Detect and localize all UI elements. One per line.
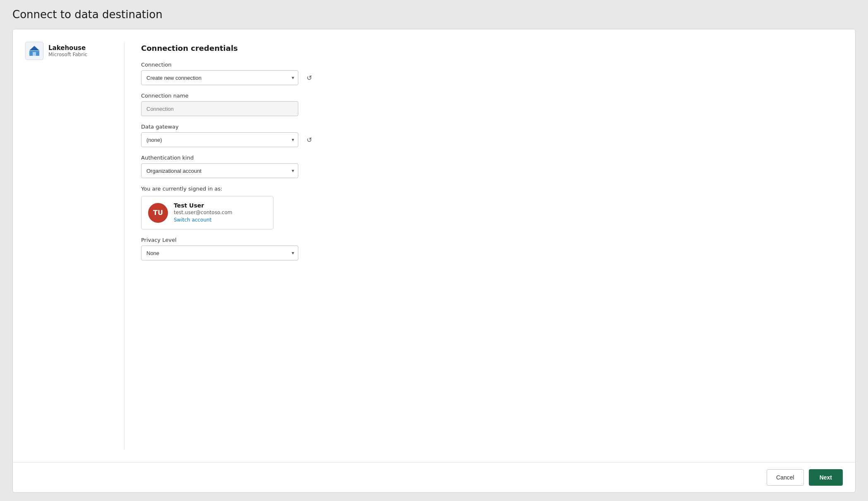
connection-name-input[interactable] — [141, 101, 298, 116]
user-avatar: TU — [148, 203, 168, 223]
connection-refresh-icon: ↺ — [307, 74, 312, 82]
user-card: TU Test User test.user@contoso.com Switc… — [141, 196, 273, 229]
connection-name-group: Connection name — [141, 93, 843, 116]
right-panel: Connection credentials Connection Create… — [125, 42, 843, 450]
lakehouse-icon — [25, 42, 43, 60]
connection-select-wrapper: Create new connection ▾ — [141, 70, 298, 85]
card-footer: Cancel Next — [13, 462, 855, 492]
data-gateway-label: Data gateway — [141, 124, 843, 130]
user-name: Test User — [174, 202, 232, 209]
privacy-level-select-wrapper: None ▾ — [141, 246, 298, 260]
auth-kind-select[interactable]: Organizational account — [141, 163, 298, 178]
connection-group: Connection Create new connection ▾ ↺ — [141, 62, 843, 85]
next-button[interactable]: Next — [809, 469, 843, 486]
datasource-subtitle: Microsoft Fabric — [48, 52, 87, 57]
main-card: Lakehouse Microsoft Fabric Connection cr… — [12, 29, 856, 493]
svg-rect-2 — [33, 52, 36, 56]
auth-kind-label: Authentication kind — [141, 155, 843, 161]
auth-kind-select-wrapper: Organizational account ▾ — [141, 163, 298, 178]
cancel-button[interactable]: Cancel — [767, 469, 804, 486]
datasource-info: Lakehouse Microsoft Fabric — [48, 44, 87, 57]
privacy-level-select[interactable]: None — [141, 246, 298, 260]
data-gateway-refresh-icon: ↺ — [307, 136, 312, 144]
svg-marker-1 — [29, 46, 39, 50]
connection-refresh-button[interactable]: ↺ — [302, 71, 316, 84]
data-gateway-group: Data gateway (none) ▾ ↺ — [141, 124, 843, 147]
datasource-item: Lakehouse Microsoft Fabric — [25, 42, 87, 60]
auth-kind-group: Authentication kind Organizational accou… — [141, 155, 843, 178]
signed-in-group: You are currently signed in as: TU Test … — [141, 186, 843, 229]
data-gateway-row: (none) ▾ ↺ — [141, 132, 843, 147]
connection-select[interactable]: Create new connection — [141, 70, 298, 85]
user-details: Test User test.user@contoso.com Switch a… — [174, 202, 232, 223]
connection-label: Connection — [141, 62, 843, 68]
user-email: test.user@contoso.com — [174, 210, 232, 215]
datasource-name: Lakehouse — [48, 44, 87, 52]
data-gateway-select-wrapper: (none) ▾ — [141, 132, 298, 147]
left-panel: Lakehouse Microsoft Fabric — [25, 42, 125, 450]
privacy-level-label: Privacy Level — [141, 237, 843, 243]
page-title: Connect to data destination — [12, 8, 856, 21]
connection-name-label: Connection name — [141, 93, 843, 99]
data-gateway-select[interactable]: (none) — [141, 132, 298, 147]
signed-in-label: You are currently signed in as: — [141, 186, 843, 192]
connection-row: Create new connection ▾ ↺ — [141, 70, 843, 85]
switch-account-link[interactable]: Switch account — [174, 217, 211, 223]
section-title: Connection credentials — [141, 44, 843, 52]
data-gateway-refresh-button[interactable]: ↺ — [302, 133, 316, 146]
lakehouse-svg — [29, 45, 40, 57]
card-body: Lakehouse Microsoft Fabric Connection cr… — [13, 29, 855, 462]
privacy-level-group: Privacy Level None ▾ — [141, 237, 843, 260]
